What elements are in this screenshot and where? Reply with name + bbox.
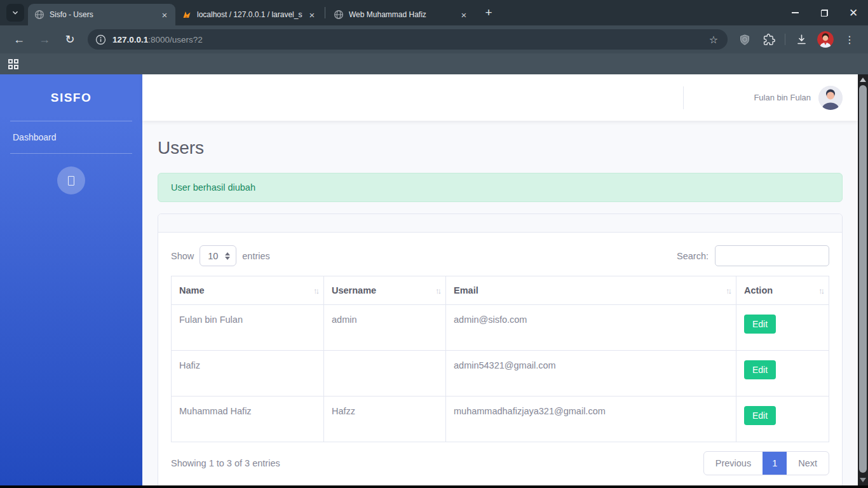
cell-name: Fulan bin Fulan <box>172 305 324 351</box>
cell-username: Hafzz <box>324 396 446 442</box>
search-input[interactable] <box>715 245 829 266</box>
scrollbar-thumb[interactable] <box>859 85 867 473</box>
window-bottom-edge <box>0 485 868 488</box>
sidebar-brand[interactable]: SISFO <box>0 74 142 121</box>
topbar: Fulan bin Fulan <box>142 74 858 121</box>
profile-avatar-icon <box>817 31 834 48</box>
cell-action: Edit <box>736 305 829 351</box>
tab-web-muhammad-hafiz[interactable]: Web Muhammad Hafiz × <box>327 4 475 25</box>
forward-button[interactable]: → <box>34 29 55 50</box>
select-arrows-icon <box>225 252 230 260</box>
close-tab-icon[interactable]: × <box>306 9 318 20</box>
tab-phpmyadmin[interactable]: localhost / 127.0.0.1 / laravel_si × <box>175 4 323 25</box>
reload-button[interactable]: ↻ <box>59 29 81 50</box>
table-info: Showing 1 to 3 of 3 entries <box>171 458 280 468</box>
sort-icon: ↑↓ <box>313 286 318 295</box>
page-scrollbar[interactable] <box>858 74 868 485</box>
users-card: Show 10 entries Search: <box>158 214 843 485</box>
cell-name: Hafiz <box>172 351 324 396</box>
puzzle-icon <box>763 34 775 46</box>
edit-button[interactable]: Edit <box>744 406 776 425</box>
page-title: Users <box>158 137 843 159</box>
cell-email: admin54321@gmail.com <box>446 351 736 396</box>
column-header-action[interactable]: Action↑↓ <box>736 276 829 305</box>
browser-tab-strip: Sisfo - Users × localhost / 127.0.0.1 / … <box>0 0 868 25</box>
users-table: Name↑↓ Username↑↓ Email↑↓ Action↑↓ Fulan… <box>171 276 829 442</box>
user-menu[interactable]: Fulan bin Fulan <box>754 86 843 110</box>
content: Users User berhasil diubah Show 10 entri… <box>142 121 858 485</box>
sidebar-toggle-button[interactable] <box>57 166 85 194</box>
previous-page-button[interactable]: Previous <box>704 452 763 475</box>
page-1-button[interactable]: 1 <box>763 452 787 475</box>
restore-button[interactable] <box>810 0 839 25</box>
globe-icon <box>334 10 344 20</box>
cell-username: admin <box>324 305 446 351</box>
scroll-down-icon[interactable] <box>860 478 866 482</box>
new-tab-button[interactable]: + <box>480 4 498 22</box>
tab-title: Web Muhammad Hafiz <box>349 10 454 19</box>
search-label: Search: <box>677 251 709 261</box>
bookmarks-bar <box>0 53 868 74</box>
apps-grid-icon[interactable] <box>8 59 18 69</box>
card-body: Show 10 entries Search: <box>158 233 842 485</box>
back-button[interactable]: ← <box>8 29 30 50</box>
user-avatar[interactable] <box>818 86 843 110</box>
page-length-select[interactable]: 10 <box>200 245 236 266</box>
tab-title: localhost / 127.0.0.1 / laravel_si <box>197 10 302 19</box>
main-area: Fulan bin Fulan Users User berhasil diub… <box>142 74 858 485</box>
topbar-divider <box>683 86 684 109</box>
avatar-illustration-icon <box>818 86 843 110</box>
cell-email: admin@sisfo.com <box>446 305 736 351</box>
sort-icon: ↑↓ <box>726 286 730 295</box>
browser-menu-button[interactable]: ⋮ <box>839 29 860 50</box>
sort-icon: ↑↓ <box>818 286 823 295</box>
sidebar: SISFO Dashboard <box>0 74 142 485</box>
window-controls: ✕ <box>780 0 868 25</box>
minimize-button[interactable] <box>780 0 810 25</box>
downloads-button[interactable] <box>791 29 811 50</box>
close-tab-icon[interactable]: × <box>159 9 170 20</box>
edit-button[interactable]: Edit <box>744 315 776 334</box>
tab-search-button[interactable] <box>6 4 24 22</box>
pagination: Previous 1 Next <box>703 451 829 475</box>
browser-profile-avatar[interactable] <box>817 31 834 48</box>
site-info-icon[interactable] <box>95 34 106 45</box>
chevron-down-icon <box>11 8 20 17</box>
scroll-up-icon[interactable] <box>860 78 866 82</box>
web-page: SISFO Dashboard Fulan bin Fulan <box>0 74 858 485</box>
table-row: Hafiz admin54321@gmail.com Edit <box>172 351 829 396</box>
next-page-button[interactable]: Next <box>787 452 829 475</box>
close-tab-icon[interactable]: × <box>458 9 470 20</box>
column-header-username[interactable]: Username↑↓ <box>324 276 446 305</box>
search-control: Search: <box>677 245 829 266</box>
address-bar[interactable]: 127.0.0.1:8000/users?2 ☆ <box>88 29 728 50</box>
minimize-icon <box>792 12 799 13</box>
bookmark-star-icon[interactable]: ☆ <box>705 30 722 48</box>
edit-button[interactable]: Edit <box>744 360 776 379</box>
tab-title: Sisfo - Users <box>50 10 155 19</box>
page-length-control: Show 10 entries <box>171 245 270 266</box>
shield-icon <box>739 34 750 46</box>
success-alert: User berhasil diubah <box>158 173 843 202</box>
extensions-button[interactable] <box>759 29 779 50</box>
entries-label: entries <box>242 251 270 261</box>
cell-action: Edit <box>736 351 829 396</box>
adblock-shield-button[interactable] <box>735 29 755 50</box>
cell-username <box>324 351 446 396</box>
column-header-name[interactable]: Name↑↓ <box>172 276 324 305</box>
cell-email: muhammadhafizjaya321@gmail.com <box>446 396 736 442</box>
datatable-footer: Showing 1 to 3 of 3 entries Previous 1 N… <box>171 451 829 485</box>
restore-icon <box>821 10 828 17</box>
close-window-button[interactable]: ✕ <box>839 0 868 25</box>
sort-icon: ↑↓ <box>435 286 440 295</box>
cell-name: Muhammad Hafiz <box>172 396 324 442</box>
phpmyadmin-icon <box>182 10 192 20</box>
sidebar-item-dashboard[interactable]: Dashboard <box>0 121 142 153</box>
column-header-email[interactable]: Email↑↓ <box>446 276 736 305</box>
browser-toolbar: ← → ↻ 127.0.0.1:8000/users?2 ☆ <box>0 25 868 53</box>
url-path: :8000/users?2 <box>148 35 203 44</box>
tab-sisfo-users[interactable]: Sisfo - Users × <box>28 4 175 25</box>
sidebar-divider <box>10 153 132 154</box>
page-length-value: 10 <box>208 251 218 261</box>
show-label: Show <box>171 251 194 261</box>
